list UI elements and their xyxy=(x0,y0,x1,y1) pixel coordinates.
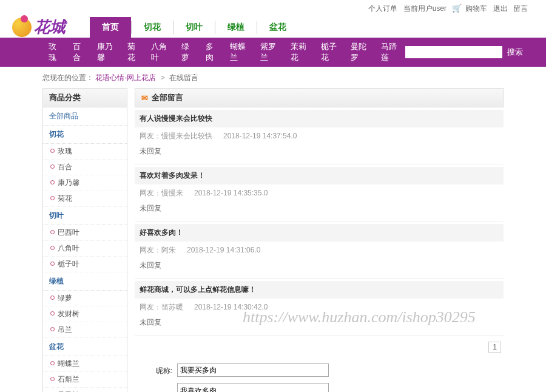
menu-item-8[interactable]: 紫罗兰 xyxy=(254,41,285,63)
search-input[interactable] xyxy=(405,46,502,58)
sidebar-title: 商品分类 xyxy=(43,89,127,107)
category-parent-0[interactable]: 切花 xyxy=(43,126,127,144)
category-parent-1[interactable]: 切叶 xyxy=(43,207,127,225)
current-user: 当前用户user xyxy=(403,4,447,13)
logo-text: 花城 xyxy=(34,16,66,38)
message-time: 2018-12-19 14:35:35.0 xyxy=(194,189,268,197)
message-meta: 网友：慢慢来会比较快2018-12-19 14:37:54.0 xyxy=(135,127,504,145)
cart-icon: 🛒 xyxy=(452,4,462,13)
category-child-2-2[interactable]: 吊兰 xyxy=(43,322,127,338)
content-textarea[interactable] xyxy=(177,383,329,392)
logout-link[interactable]: 退出 xyxy=(493,4,508,13)
logo[interactable]: 花城 xyxy=(12,16,66,38)
category-child-0-3[interactable]: 菊花 xyxy=(43,191,127,207)
menu-item-12[interactable]: 马蹄莲 xyxy=(375,41,405,63)
message-item: 喜欢对着多肉发呆！网友：慢慢来2018-12-19 14:35:35.0未回复 xyxy=(135,167,504,221)
menu-item-9[interactable]: 茉莉花 xyxy=(285,41,315,63)
category-parent-3[interactable]: 盆花 xyxy=(43,338,127,356)
menubar: 玫瑰百合康乃馨菊花八角叶绿萝多肉蝴蝶兰紫罗兰茉莉花栀子花曼陀罗马蹄莲 搜索 xyxy=(0,38,546,67)
message-meta: 网友：阿朱2018-12-19 14:31:06.0 xyxy=(135,242,504,259)
message-icon: ✉ xyxy=(141,93,148,103)
category-child-0-0[interactable]: 玫瑰 xyxy=(43,144,127,160)
nickname-label: 昵称: xyxy=(135,363,177,377)
message-reply: 未回复 xyxy=(135,259,504,273)
message-time: 2018-12-19 14:37:54.0 xyxy=(223,132,297,140)
messages-link[interactable]: 留言 xyxy=(513,4,528,13)
tab-0[interactable]: 首页 xyxy=(90,17,131,38)
category-all[interactable]: 全部商品 xyxy=(43,107,127,126)
category-child-3-2[interactable]: 君子兰 xyxy=(43,388,127,392)
sidebar: 商品分类 全部商品 切花玫瑰百合康乃馨菊花切叶巴西叶八角叶栀子叶绿植绿萝发财树吊… xyxy=(42,88,127,392)
search-button[interactable]: 搜索 xyxy=(502,47,528,58)
menu-item-4[interactable]: 八角叶 xyxy=(145,41,175,63)
message-title: 有人说慢慢来会比较快 xyxy=(135,110,504,127)
message-time: 2018-12-19 14:31:06.0 xyxy=(187,246,260,254)
message-user: 网友：笛苏暖 xyxy=(140,303,183,311)
section-header: ✉ 全部留言 xyxy=(135,88,504,107)
menu-item-5[interactable]: 绿萝 xyxy=(175,41,200,63)
tab-1[interactable]: 切花 xyxy=(132,17,173,38)
category-child-3-1[interactable]: 石斛兰 xyxy=(43,372,127,388)
section-title: 全部留言 xyxy=(152,92,183,103)
menu-item-10[interactable]: 栀子花 xyxy=(315,41,345,63)
message-time: 2018-12-19 14:30:42.0 xyxy=(194,303,268,311)
search-box: 搜索 xyxy=(405,46,528,58)
message-title: 好喜欢多肉！ xyxy=(135,224,504,242)
message-form: 昵称: 留言内容: 提交留言 xyxy=(135,363,504,392)
category-child-0-2[interactable]: 康乃馨 xyxy=(43,175,127,191)
category-child-1-1[interactable]: 八角叶 xyxy=(43,241,127,257)
message-item: 鲜花商城，可以多上点鲜花信息嘛！网友：笛苏暖2018-12-19 14:30:4… xyxy=(135,281,504,336)
message-reply: 未回复 xyxy=(135,316,504,330)
message-user: 网友：慢慢来 xyxy=(140,189,183,197)
logo-flower-icon xyxy=(12,18,32,37)
menu-item-0[interactable]: 玫瑰 xyxy=(42,41,67,63)
main-nav: 首页切花切叶绿植盆花 xyxy=(90,17,298,38)
message-item: 有人说慢慢来会比较快网友：慢慢来会比较快2018-12-19 14:37:54.… xyxy=(135,110,504,164)
content-label: 留言内容: xyxy=(135,383,177,392)
message-meta: 网友：慢慢来2018-12-19 14:35:35.0 xyxy=(135,184,504,202)
breadcrumb-current: 在线留言 xyxy=(169,73,198,82)
tab-4[interactable]: 盆花 xyxy=(257,17,298,38)
tab-2[interactable]: 切叶 xyxy=(174,17,215,38)
category-child-2-0[interactable]: 绿萝 xyxy=(43,291,127,306)
breadcrumb-prefix: 您现在的位置： xyxy=(42,73,93,82)
topbar: 个人订单 当前用户user 🛒购物车 退出 留言 xyxy=(0,0,546,16)
message-user: 网友：慢慢来会比较快 xyxy=(140,132,212,140)
category-child-3-0[interactable]: 蝴蝶兰 xyxy=(43,356,127,372)
category-child-1-0[interactable]: 巴西叶 xyxy=(43,225,127,241)
cart-link[interactable]: 购物车 xyxy=(465,4,487,13)
menu-item-7[interactable]: 蝴蝶兰 xyxy=(224,41,254,63)
message-meta: 网友：笛苏暖2018-12-19 14:30:42.0 xyxy=(135,299,504,316)
message-title: 喜欢对着多肉发呆！ xyxy=(135,167,504,184)
menu-item-3[interactable]: 菊花 xyxy=(121,41,146,63)
message-title: 鲜花商城，可以多上点鲜花信息嘛！ xyxy=(135,281,504,299)
breadcrumb-sep: > xyxy=(161,73,165,82)
content: ✉ 全部留言 有人说慢慢来会比较快网友：慢慢来会比较快2018-12-19 14… xyxy=(135,88,504,392)
nickname-input[interactable] xyxy=(177,363,329,377)
menu-item-6[interactable]: 多肉 xyxy=(200,41,224,63)
tab-3[interactable]: 绿植 xyxy=(215,17,257,38)
message-item: 好喜欢多肉！网友：阿朱2018-12-19 14:31:06.0未回复 xyxy=(135,224,504,279)
category-child-0-1[interactable]: 百合 xyxy=(43,160,127,175)
message-reply: 未回复 xyxy=(135,202,504,216)
message-user: 网友：阿朱 xyxy=(140,246,176,254)
menu-item-1[interactable]: 百合 xyxy=(67,41,91,63)
page-current[interactable]: 1 xyxy=(488,342,501,353)
pager: 1 xyxy=(135,338,504,356)
orders-link[interactable]: 个人订单 xyxy=(368,4,397,13)
category-parent-2[interactable]: 绿植 xyxy=(43,272,127,291)
breadcrumb-home[interactable]: 花语心情-网上花店 xyxy=(95,73,156,82)
category-child-1-2[interactable]: 栀子叶 xyxy=(43,257,127,272)
menu-item-11[interactable]: 曼陀罗 xyxy=(345,41,375,63)
category-child-2-1[interactable]: 发财树 xyxy=(43,306,127,322)
breadcrumb: 您现在的位置： 花语心情-网上花店 > 在线留言 xyxy=(0,67,546,88)
message-reply: 未回复 xyxy=(135,145,504,159)
menu-item-2[interactable]: 康乃馨 xyxy=(91,41,121,63)
